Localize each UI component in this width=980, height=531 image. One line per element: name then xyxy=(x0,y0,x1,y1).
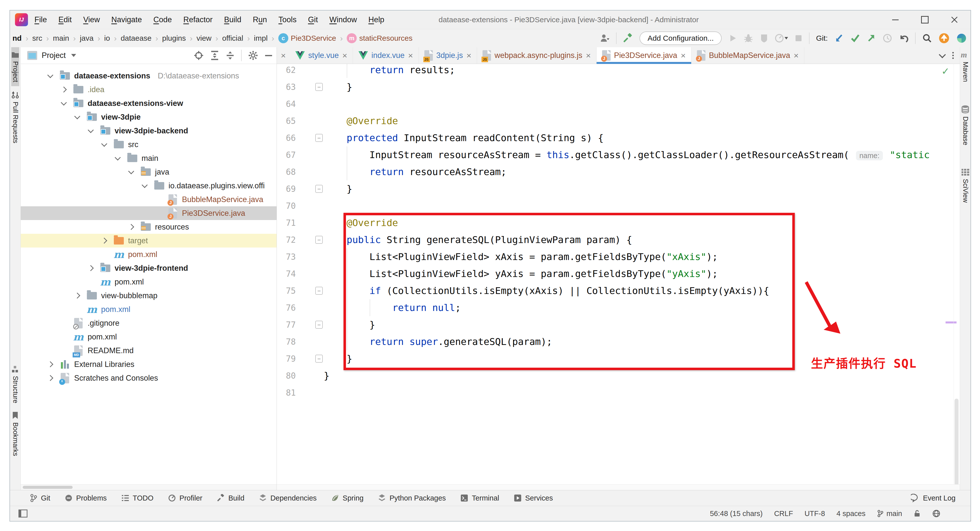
tree-row-readme.md[interactable]: MDREADME.md xyxy=(21,344,277,357)
breadcrumb-method[interactable]: mstaticResources xyxy=(347,33,412,43)
update-available-icon[interactable] xyxy=(939,33,950,44)
close-button[interactable] xyxy=(940,11,969,29)
tool-stripe-pull-requests[interactable]: Pull Requests xyxy=(11,86,19,147)
chevron-down-icon[interactable] xyxy=(85,125,96,136)
breadcrumb-item[interactable]: io xyxy=(104,34,110,43)
tool-window-button-problems[interactable]: Problems xyxy=(65,494,107,502)
tree-row-java[interactable]: java xyxy=(21,165,277,179)
fold-marker-icon[interactable]: − xyxy=(315,321,323,329)
rollback-icon[interactable] xyxy=(899,33,908,43)
minimize-button[interactable] xyxy=(881,11,910,29)
editor-tab-3dpie.js[interactable]: JS3dpie.js× xyxy=(419,47,477,64)
fold-marker-icon[interactable]: − xyxy=(315,287,323,295)
chevron-right-icon[interactable] xyxy=(126,222,137,233)
hidden-tab-close-icon[interactable]: × xyxy=(277,47,290,64)
tree-row-src[interactable]: src xyxy=(21,138,277,151)
chevron-right-icon[interactable] xyxy=(58,84,69,95)
tool-stripe-maven[interactable]: mMaven xyxy=(960,47,970,86)
event-log-button[interactable]: Event Log xyxy=(911,494,956,502)
line-number[interactable]: 64 xyxy=(277,99,296,109)
line-number[interactable]: 73 xyxy=(277,252,296,262)
menu-item-run[interactable]: Run xyxy=(253,15,267,24)
tree-row-external-libraries[interactable]: External Libraries xyxy=(21,357,277,371)
history-icon[interactable] xyxy=(883,33,892,43)
user-icon[interactable] xyxy=(600,33,609,43)
menu-item-view[interactable]: View xyxy=(83,15,100,24)
more-options-icon[interactable] xyxy=(952,52,954,59)
chevron-down-icon[interactable] xyxy=(99,139,110,150)
line-number[interactable]: 77 xyxy=(277,320,296,330)
caret-position[interactable]: 56:48 (15 chars) xyxy=(710,510,763,518)
menu-item-build[interactable]: Build xyxy=(224,15,241,24)
debug-icon[interactable] xyxy=(744,33,753,43)
chevron-down-icon[interactable] xyxy=(939,51,946,58)
tree-row-view-3dpie[interactable]: view-3dpie xyxy=(21,110,277,124)
fold-marker-icon[interactable]: − xyxy=(315,185,323,193)
tree-row-pom.xml[interactable]: mpom.xml xyxy=(21,247,277,261)
editor-vertical-scrollbar[interactable] xyxy=(953,64,960,484)
maximize-button[interactable] xyxy=(910,11,940,29)
line-number[interactable]: 78 xyxy=(277,337,296,347)
breadcrumb-item[interactable]: src xyxy=(32,34,42,43)
breadcrumb-item[interactable]: official xyxy=(222,34,243,43)
fold-marker-icon[interactable]: − xyxy=(315,355,323,363)
coverage-icon[interactable] xyxy=(760,33,768,43)
close-icon[interactable]: × xyxy=(466,51,471,60)
editor-horizontal-scrollbar[interactable] xyxy=(277,484,960,490)
chevron-right-icon[interactable] xyxy=(99,235,110,246)
menu-item-navigate[interactable]: Navigate xyxy=(111,15,142,24)
project-view-title[interactable]: Project xyxy=(42,51,66,60)
line-number[interactable]: 69 xyxy=(277,184,296,194)
gear-icon[interactable] xyxy=(248,51,258,61)
menu-item-file[interactable]: File xyxy=(35,15,47,24)
breadcrumb-item[interactable]: dataease xyxy=(121,34,151,43)
tree-row-view-3dpie-backend[interactable]: view-3dpie-backend xyxy=(21,124,277,138)
tree-row-pie3dservice.java[interactable]: JPie3DService.java xyxy=(21,206,277,220)
tree-row-pom.xml[interactable]: mpom.xml xyxy=(21,303,277,316)
code-with-me[interactable] xyxy=(932,509,940,518)
tool-window-button-build[interactable]: Build xyxy=(217,494,245,502)
fold-marker-icon[interactable]: − xyxy=(315,236,323,244)
tool-window-button-spring[interactable]: Spring xyxy=(331,494,364,502)
breadcrumb-class[interactable]: cPie3DService xyxy=(278,33,336,43)
locate-file-icon[interactable] xyxy=(194,51,204,61)
chevron-right-icon[interactable] xyxy=(45,373,56,384)
breadcrumb-item[interactable]: main xyxy=(53,34,69,43)
chevron-down-icon[interactable] xyxy=(45,70,56,81)
chevron-down-icon[interactable] xyxy=(112,153,123,164)
line-number[interactable]: 72 xyxy=(277,235,296,245)
fold-marker-icon[interactable]: − xyxy=(315,134,323,142)
expand-all-icon[interactable] xyxy=(210,51,219,61)
stop-icon[interactable] xyxy=(794,34,802,42)
breadcrumb-module[interactable]: nd xyxy=(13,34,22,43)
close-icon[interactable]: × xyxy=(586,51,591,60)
menu-item-tools[interactable]: Tools xyxy=(278,15,296,24)
tree-row-pom.xml[interactable]: mpom.xml xyxy=(21,330,277,344)
menu-item-help[interactable]: Help xyxy=(368,15,384,24)
fold-marker-icon[interactable]: − xyxy=(315,83,323,91)
close-icon[interactable]: × xyxy=(408,51,413,60)
profiler-icon[interactable] xyxy=(775,33,788,43)
menu-item-edit[interactable]: Edit xyxy=(59,15,72,24)
collapse-all-icon[interactable] xyxy=(226,51,235,61)
breadcrumb-item[interactable]: plugins xyxy=(162,34,186,43)
chevron-down-icon[interactable] xyxy=(72,112,83,123)
layout-icon[interactable] xyxy=(19,510,27,518)
scrollbar-thumb[interactable] xyxy=(955,399,959,484)
tool-stripe-project[interactable]: Project xyxy=(11,47,19,86)
git-update-icon[interactable] xyxy=(834,33,844,43)
line-number[interactable]: 81 xyxy=(277,388,296,398)
line-number[interactable]: 70 xyxy=(277,201,296,211)
tree-row-.gitignore[interactable]: .gitignore xyxy=(21,316,277,330)
tool-window-button-profiler[interactable]: Profiler xyxy=(168,494,202,502)
line-number[interactable]: 79 xyxy=(277,354,296,364)
indent-size[interactable]: 4 spaces xyxy=(837,510,865,518)
run-icon[interactable] xyxy=(728,34,737,43)
chevron-down-icon[interactable] xyxy=(71,54,76,57)
line-number[interactable]: 67 xyxy=(277,150,296,160)
editor-tab-bubblemapservice.java[interactable]: JBubbleMapService.java× xyxy=(692,47,805,64)
tool-stripe-sciview[interactable]: SciView xyxy=(961,164,969,207)
search-icon[interactable] xyxy=(922,33,932,43)
git-push-icon[interactable] xyxy=(867,33,876,43)
tool-window-button-dependencies[interactable]: Dependencies xyxy=(259,494,317,502)
